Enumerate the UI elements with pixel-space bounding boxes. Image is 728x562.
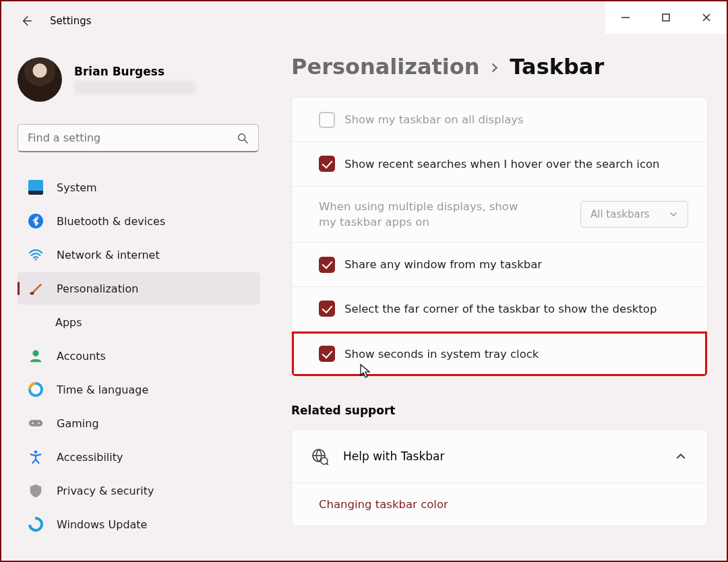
- sidebar-item-accessibility[interactable]: Accessibility: [18, 441, 260, 473]
- setting-share-window[interactable]: Share any window from my taskbar: [292, 243, 707, 287]
- app-title: Settings: [50, 15, 92, 27]
- sidebar-item-label: Gaming: [57, 417, 99, 430]
- svg-point-8: [32, 350, 38, 356]
- checkbox-show-all-displays: [319, 112, 335, 128]
- dropdown-taskbar-apps-location: All taskbars: [580, 201, 688, 228]
- sidebar-item-label: Time & language: [57, 383, 148, 396]
- svg-point-12: [34, 450, 38, 454]
- user-email-redacted: [74, 81, 195, 94]
- sidebar-item-time-language[interactable]: Time & language: [18, 373, 260, 406]
- minimize-button[interactable]: [605, 1, 646, 34]
- svg-rect-7: [30, 292, 34, 295]
- setting-show-all-displays: Show my taskbar on all displays: [292, 98, 707, 142]
- svg-line-15: [327, 464, 329, 466]
- svg-rect-1: [663, 14, 669, 21]
- breadcrumb-current: Taskbar: [510, 54, 604, 80]
- setting-far-corner-desktop[interactable]: Select the far corner of the taskbar to …: [292, 287, 707, 332]
- svg-line-5: [245, 139, 248, 143]
- wifi-icon: [28, 247, 43, 262]
- maximize-button[interactable]: [646, 1, 686, 34]
- sidebar-item-label: System: [57, 181, 97, 194]
- taskbar-settings-panel: Show my taskbar on all displays Show rec…: [291, 97, 708, 377]
- close-button[interactable]: [686, 1, 727, 34]
- related-support-heading: Related support: [291, 404, 708, 417]
- sidebar-item-label: Accessibility: [57, 451, 123, 464]
- sidebar-item-label: Windows Update: [57, 518, 147, 531]
- sidebar-item-apps[interactable]: Apps: [18, 306, 260, 338]
- svg-point-6: [35, 259, 37, 261]
- sidebar-item-privacy[interactable]: Privacy & security: [18, 474, 260, 507]
- avatar: [18, 57, 62, 102]
- user-name: Brian Burgess: [74, 65, 195, 78]
- sidebar-item-bluetooth[interactable]: Bluetooth & devices: [18, 205, 260, 237]
- svg-point-10: [32, 422, 34, 424]
- setting-multiple-displays-apps: When using multiple displays, show my ta…: [292, 187, 707, 243]
- bluetooth-icon: [28, 214, 43, 228]
- person-icon: [28, 348, 43, 363]
- apps-icon: [28, 315, 42, 329]
- related-support-panel: Help with Taskbar Changing taskbar color: [291, 429, 708, 526]
- chevron-up-icon: [675, 450, 687, 462]
- user-account-block[interactable]: Brian Burgess: [18, 55, 260, 104]
- sidebar-item-windows-update[interactable]: Windows Update: [18, 508, 260, 540]
- sidebar-item-personalization[interactable]: Personalization: [18, 272, 260, 305]
- svg-point-11: [38, 422, 40, 424]
- update-icon: [26, 514, 47, 535]
- sidebar-item-label: Accounts: [57, 350, 106, 363]
- checkbox-recent-searches[interactable]: [319, 156, 335, 172]
- sidebar-item-accounts[interactable]: Accounts: [18, 340, 260, 372]
- sidebar-item-gaming[interactable]: Gaming: [18, 407, 260, 439]
- sidebar-item-label: Privacy & security: [57, 485, 154, 497]
- breadcrumb-parent[interactable]: Personalization: [291, 54, 480, 80]
- globe-help-icon: [311, 447, 328, 465]
- chevron-down-icon: [669, 210, 678, 219]
- svg-point-4: [239, 133, 245, 140]
- paintbrush-icon: [28, 281, 43, 296]
- sidebar-item-label: Personalization: [57, 282, 138, 295]
- sidebar-item-system[interactable]: System: [18, 171, 260, 204]
- svg-rect-9: [29, 420, 42, 426]
- checkbox-share-window[interactable]: [319, 257, 335, 273]
- shield-icon: [28, 483, 43, 498]
- breadcrumb: Personalization › Taskbar: [291, 54, 708, 80]
- chevron-right-icon: ›: [491, 54, 499, 80]
- search-input[interactable]: [28, 131, 237, 144]
- setting-show-seconds[interactable]: Show seconds in system tray clock: [292, 332, 707, 376]
- checkbox-show-seconds[interactable]: [319, 346, 335, 362]
- sidebar-item-label: Network & internet: [57, 249, 160, 261]
- sidebar-item-label: Bluetooth & devices: [57, 215, 165, 228]
- search-icon: [237, 132, 249, 144]
- setting-recent-searches[interactable]: Show recent searches when I hover over t…: [292, 142, 707, 187]
- sidebar-item-network[interactable]: Network & internet: [18, 239, 260, 271]
- sidebar-item-label: Apps: [55, 316, 82, 329]
- help-with-taskbar-expander[interactable]: Help with Taskbar: [292, 430, 707, 483]
- help-link-changing-taskbar-color[interactable]: Changing taskbar color: [292, 483, 707, 526]
- checkbox-far-corner[interactable]: [319, 301, 335, 317]
- system-icon: [28, 180, 43, 195]
- accessibility-icon: [28, 449, 43, 464]
- clock-globe-icon: [28, 382, 43, 397]
- back-button[interactable]: [20, 15, 32, 27]
- gamepad-icon: [28, 416, 43, 431]
- search-input-container[interactable]: [18, 124, 259, 152]
